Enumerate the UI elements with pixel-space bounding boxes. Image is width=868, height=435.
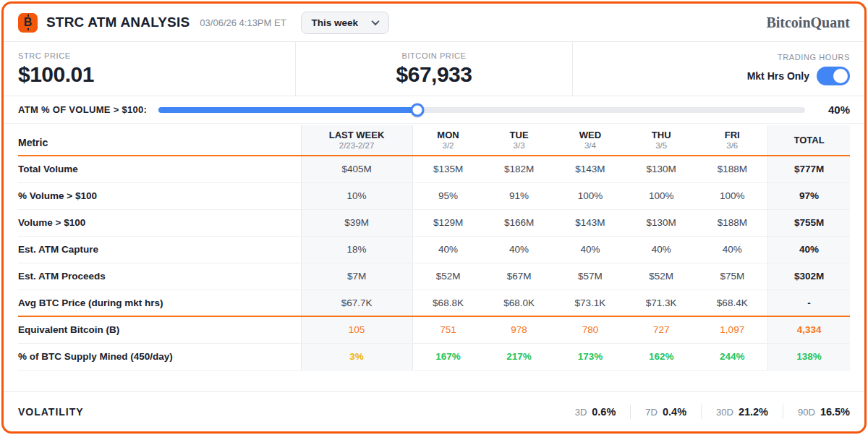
last-week-value: $39M [301,209,412,236]
volatility-value: 16.5% [820,406,850,418]
day-value: $73.1K [555,290,626,316]
day-value: $71.3K [626,290,697,316]
day-value: $67M [483,263,554,290]
table-header-row: MetricLAST WEEK2/23-2/27MON3/2TUE3/3WED3… [18,125,850,156]
column-date: 3/2 [417,141,480,150]
table-row: Volume > $100$39M$129M$166M$143M$130M$18… [18,209,850,236]
day-value: 173% [555,343,626,370]
column-date: 3/5 [630,141,692,150]
volatility-label: VOLATILITY [18,406,84,418]
trading-hours-control: Mkt Hrs Only [747,67,850,85]
period-dropdown[interactable]: This week [301,12,390,34]
day-value: 100% [697,182,767,209]
day-value: 244% [697,343,767,370]
volatility-period: 90D [798,407,815,418]
day-value: $129M [412,209,483,236]
day-value: $52M [412,263,483,290]
metric-label: % Volume > $100 [18,182,301,209]
header: B STRC ATM ANALYSIS 03/06/26 4:13PM ET T… [4,4,864,42]
metric-label: Total Volume [18,156,301,182]
atm-volume-slider[interactable] [158,107,805,113]
metric-label: Volume > $100 [18,209,301,236]
brand-logo: BitcoinQuant [766,14,850,31]
last-week-value: $67.7K [301,290,412,316]
total-value: 4,334 [768,316,850,343]
volatility-period: 30D [716,407,733,418]
slider-value: 40% [817,104,850,116]
day-value: 162% [626,343,697,370]
metric-label: Est. ATM Capture [18,236,301,263]
day-value: $57M [555,263,626,290]
day-value: 780 [555,316,626,343]
day-value: 978 [483,316,554,343]
last-week-value: 10% [301,182,412,209]
last-week-value: 3% [301,343,412,370]
day-value: $130M [626,156,697,182]
bitcoin-price-label: BITCOIN PRICE [401,51,466,60]
volatility-period: 3D [575,407,587,418]
day-value: $68.0K [483,290,554,316]
volatility-value: 0.4% [663,406,686,418]
strc-price-block: STRC PRICE $100.01 [18,42,296,96]
day-value: $68.4K [697,290,767,316]
metric-label: Equivalent Bitcoin (B) [18,316,301,343]
table-row: Equivalent Bitcoin (B)1057519787807271,0… [18,316,850,343]
day-value: $166M [483,209,554,236]
total-value: - [768,290,850,316]
atm-volume-slider-row: ATM % OF VOLUME > $100: 40% [4,96,864,124]
volatility-value: 21.2% [739,406,768,418]
table-body: Total Volume$405M$135M$182M$143M$130M$18… [18,156,850,370]
volatility-item: 3D0.6% [561,405,631,419]
column-date: 3/4 [559,141,621,150]
day-value: 40% [412,236,483,263]
column-header-total: TOTAL [768,125,850,156]
last-week-value: 18% [301,236,412,263]
day-value: $68.8K [412,290,483,316]
table-row: Est. ATM Capture18%40%40%40%40%40%40% [18,236,850,263]
mkt-hrs-toggle[interactable] [817,67,850,85]
volatility-items: 3D0.6%7D0.4%30D21.2%90D16.5% [561,405,850,419]
total-value: $777M [768,156,850,182]
last-week-value: $7M [301,263,412,290]
column-date: 3/3 [488,141,550,150]
slider-label: ATM % OF VOLUME > $100: [18,104,147,115]
price-strip: STRC PRICE $100.01 BITCOIN PRICE $67,933… [4,42,864,96]
volatility-footer: VOLATILITY 3D0.6%7D0.4%30D21.2%90D16.5% [4,391,864,431]
column-date: 2/23-2/27 [306,141,408,150]
day-value: 727 [626,316,697,343]
dashboard-card: B STRC ATM ANALYSIS 03/06/26 4:13PM ET T… [1,1,867,434]
day-value: $182M [483,156,554,182]
total-value: 138% [768,343,850,370]
bitcoin-price-value: $67,933 [396,62,472,86]
slider-fill [158,107,417,113]
table-row: Total Volume$405M$135M$182M$143M$130M$18… [18,156,850,182]
volatility-item: 90D16.5% [783,405,850,419]
column-header-thu: THU3/5 [626,125,697,156]
total-value: $755M [768,209,850,236]
column-header-mon: MON3/2 [412,125,483,156]
day-value: $143M [555,209,626,236]
total-value: 97% [768,182,850,209]
period-dropdown-value: This week [312,17,359,28]
last-week-value: $405M [301,156,412,182]
day-value: 40% [483,236,554,263]
page-title: STRC ATM ANALYSIS [46,14,190,30]
column-header-tue: TUE3/3 [483,125,554,156]
table-row: Avg BTC Price (during mkt hrs)$67.7K$68.… [18,290,850,316]
day-value: 100% [626,182,697,209]
mkt-hrs-only-label: Mkt Hrs Only [747,70,809,82]
column-header-last-week: LAST WEEK2/23-2/27 [301,125,412,156]
volatility-period: 7D [645,407,658,418]
bitcoin-price-block: BITCOIN PRICE $67,933 [296,42,574,96]
day-value: 167% [412,343,483,370]
column-header-fri: FRI3/6 [697,125,767,156]
day-value: $130M [626,209,697,236]
day-value: $188M [697,156,767,182]
day-value: 91% [483,182,554,209]
table-row: % Volume > $10010%95%91%100%100%100%97% [18,182,850,209]
day-value: 1,097 [697,316,767,343]
trading-hours-block: TRADING HOURS Mkt Hrs Only [573,42,850,96]
chevron-down-icon [371,17,379,25]
slider-knob[interactable] [410,103,424,117]
total-value: 40% [768,236,850,263]
